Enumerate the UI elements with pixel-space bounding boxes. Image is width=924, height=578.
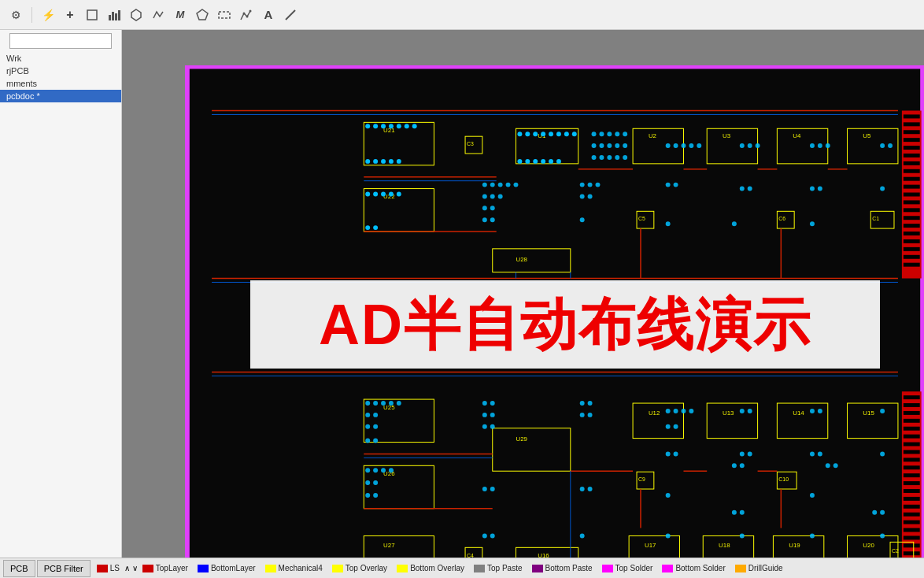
layer-mechanical4-color bbox=[265, 565, 276, 572]
pcb-tab[interactable]: PCB bbox=[3, 560, 35, 577]
svg-point-139 bbox=[490, 183, 495, 187]
svg-point-119 bbox=[623, 143, 627, 148]
filter-icon[interactable]: ⚡ bbox=[39, 6, 57, 24]
pen-line-icon[interactable] bbox=[281, 6, 300, 24]
svg-text:U25: U25 bbox=[383, 404, 395, 411]
svg-point-270 bbox=[490, 487, 495, 491]
rect-select-icon[interactable] bbox=[215, 6, 234, 24]
svg-text:U15: U15 bbox=[863, 409, 874, 417]
svg-point-68 bbox=[405, 124, 409, 128]
svg-point-285 bbox=[833, 463, 838, 468]
svg-rect-20 bbox=[904, 154, 920, 157]
svg-point-247 bbox=[580, 401, 585, 406]
layer-mechanical4[interactable]: Mechanical4 bbox=[261, 564, 327, 572]
svg-rect-32 bbox=[904, 247, 920, 251]
svg-rect-17 bbox=[904, 130, 920, 134]
svg-point-165 bbox=[732, 221, 737, 226]
svg-point-90 bbox=[533, 132, 538, 136]
svg-point-233 bbox=[365, 468, 370, 472]
route-icon[interactable] bbox=[149, 6, 168, 24]
svg-point-267 bbox=[818, 451, 822, 456]
svg-rect-35 bbox=[904, 395, 920, 399]
panel-item-components[interactable]: mments bbox=[0, 77, 121, 90]
layer-ls[interactable]: LS bbox=[92, 564, 124, 572]
svg-point-138 bbox=[482, 183, 487, 187]
svg-point-248 bbox=[588, 401, 593, 406]
layer-drillguide[interactable]: DrillGuide bbox=[730, 564, 788, 572]
settings-gear-icon[interactable]: ⚙ bbox=[6, 6, 25, 24]
svg-point-249 bbox=[580, 413, 585, 417]
svg-point-95 bbox=[572, 132, 577, 136]
svg-text:U17: U17 bbox=[645, 542, 656, 549]
svg-point-238 bbox=[373, 480, 378, 485]
svg-point-271 bbox=[580, 487, 585, 491]
svg-point-132 bbox=[756, 143, 760, 148]
svg-marker-6 bbox=[197, 9, 208, 20]
text-icon[interactable]: A bbox=[259, 6, 278, 24]
svg-point-137 bbox=[888, 143, 893, 148]
layer-top-paste-color bbox=[474, 565, 485, 572]
layer-bottomlayer[interactable]: BottomLayer bbox=[193, 564, 261, 572]
svg-point-160 bbox=[482, 217, 487, 222]
svg-rect-27 bbox=[904, 208, 920, 212]
svg-point-10 bbox=[249, 9, 252, 12]
select-rect-icon[interactable] bbox=[83, 6, 102, 24]
layer-bottom-solder[interactable]: Bottom Solder bbox=[657, 564, 730, 572]
svg-point-97 bbox=[525, 159, 530, 164]
svg-point-268 bbox=[880, 451, 885, 456]
panel-item-rjpcb[interactable]: rjPCB bbox=[0, 65, 121, 77]
polygon-icon[interactable] bbox=[193, 6, 212, 24]
svg-point-266 bbox=[810, 451, 815, 456]
svg-rect-33 bbox=[904, 255, 920, 259]
component-hex-icon[interactable] bbox=[127, 6, 146, 24]
svg-rect-29 bbox=[904, 224, 920, 228]
svg-point-129 bbox=[697, 143, 701, 148]
graph-icon[interactable] bbox=[237, 6, 256, 24]
panel-item-pcbdoc[interactable]: pcbdoc * bbox=[0, 90, 121, 102]
svg-point-237 bbox=[365, 480, 370, 485]
layer-top-solder[interactable]: Top Solder bbox=[597, 564, 658, 572]
svg-point-236 bbox=[389, 468, 394, 472]
svg-point-262 bbox=[666, 451, 671, 456]
add-icon[interactable]: + bbox=[61, 6, 79, 24]
svg-text:C3: C3 bbox=[467, 141, 474, 146]
layer-toplayer[interactable]: TopLayer bbox=[138, 564, 193, 572]
layer-top-overlay[interactable]: Top Overlay bbox=[327, 564, 392, 572]
svg-point-74 bbox=[397, 159, 401, 164]
svg-point-122 bbox=[607, 155, 612, 160]
layer-bottom-solder-label: Bottom Solder bbox=[675, 564, 725, 572]
svg-rect-22 bbox=[904, 169, 920, 173]
svg-point-261 bbox=[880, 409, 885, 413]
layer-top-paste[interactable]: Top Paste bbox=[469, 564, 527, 572]
layer-bottom-paste[interactable]: Bottom Paste bbox=[527, 564, 597, 572]
svg-line-11 bbox=[286, 10, 295, 20]
svg-point-251 bbox=[666, 409, 671, 413]
svg-point-89 bbox=[525, 132, 530, 136]
canvas-area[interactable]: U21 U22 C3 U1 bbox=[122, 30, 924, 558]
svg-point-283 bbox=[740, 463, 745, 468]
svg-point-241 bbox=[482, 401, 487, 406]
svg-point-223 bbox=[373, 401, 378, 406]
svg-text:U20: U20 bbox=[863, 542, 874, 549]
svg-text:U29: U29 bbox=[516, 435, 527, 443]
measure-icon[interactable]: M bbox=[171, 6, 190, 24]
layer-bottom-overlay[interactable]: Bottom Overlay bbox=[392, 564, 469, 572]
svg-point-130 bbox=[740, 143, 745, 148]
search-input[interactable] bbox=[9, 33, 112, 49]
layer-mechanical4-label: Mechanical4 bbox=[279, 564, 323, 572]
svg-point-156 bbox=[748, 187, 752, 191]
svg-point-288 bbox=[732, 510, 737, 515]
panel-item-wrk[interactable]: Wrk bbox=[0, 52, 121, 65]
svg-text:C5: C5 bbox=[638, 216, 645, 221]
pcb-filter-tab[interactable]: PCB Filter bbox=[37, 560, 91, 577]
layer-ls-color bbox=[97, 565, 108, 572]
svg-point-96 bbox=[517, 159, 522, 164]
svg-point-121 bbox=[599, 155, 604, 160]
svg-point-274 bbox=[810, 493, 815, 498]
svg-text:C6: C6 bbox=[778, 216, 785, 221]
svg-point-151 bbox=[580, 195, 585, 199]
svg-rect-0 bbox=[87, 10, 97, 20]
bar-chart-icon[interactable] bbox=[105, 6, 124, 24]
svg-point-77 bbox=[365, 192, 370, 197]
svg-point-253 bbox=[682, 409, 686, 413]
